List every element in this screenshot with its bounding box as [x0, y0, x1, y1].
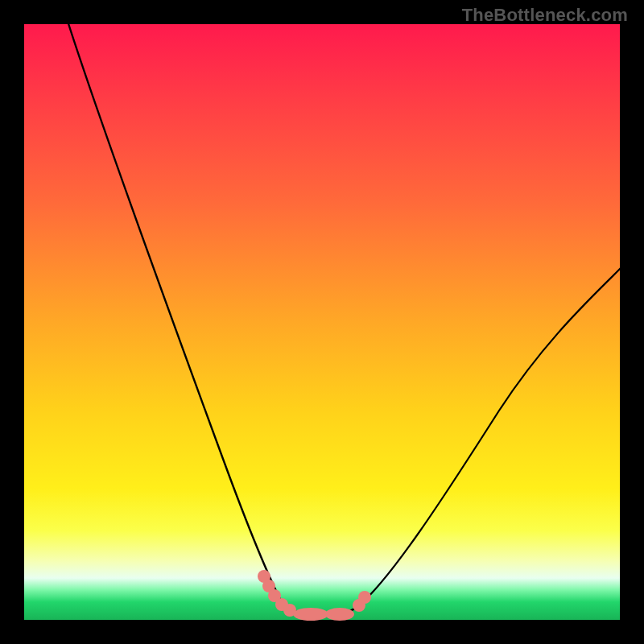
watermark-text: TheBottleneck.com: [462, 5, 628, 26]
marker-group: [258, 570, 371, 621]
marker-dot: [358, 591, 371, 604]
chart-frame: TheBottleneck.com: [0, 0, 644, 644]
marker-bar: [325, 608, 354, 621]
curve-left-arm: [66, 16, 283, 605]
curve-right-arm: [357, 267, 621, 607]
chart-svg: [24, 24, 620, 620]
marker-bar: [293, 608, 328, 621]
